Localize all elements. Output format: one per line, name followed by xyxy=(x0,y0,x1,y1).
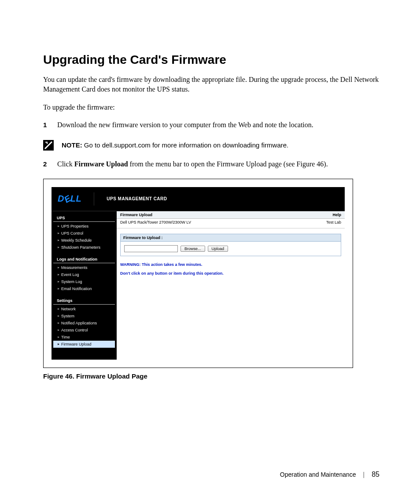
device-name: Dell UPS Rack/Tower 2700W/2300W LV xyxy=(120,220,191,224)
intro-paragraph: You can update the card's firmware by do… xyxy=(43,75,380,95)
page-heading: Upgrading the Card's Firmware xyxy=(43,53,380,67)
sidebar-item-event-log[interactable]: Event Log xyxy=(52,271,117,278)
figure-caption: Figure 46. Firmware Upload Page xyxy=(43,372,380,380)
step-text-pre: Click xyxy=(57,160,74,168)
sidebar-item-shutdown-parameters[interactable]: Shutdown Parameters xyxy=(52,244,117,251)
step-1: 1 Download the new firmware version to y… xyxy=(43,120,380,130)
footer-separator: | xyxy=(363,471,365,478)
sidebar-item-weekly-schedule[interactable]: Weekly Schedule xyxy=(52,237,117,244)
note-icon xyxy=(43,140,54,151)
warning-line-1: WARNING: This action takes a few minutes… xyxy=(120,262,341,267)
location-name: Test Lab xyxy=(326,220,341,224)
upload-panel: Firmware to Upload : Browse... Upload xyxy=(120,234,341,256)
sidebar-item-system[interactable]: System xyxy=(52,313,117,320)
footer-section: Operation and Maintenance xyxy=(280,471,356,478)
sidebar-item-network[interactable]: Network xyxy=(52,305,117,313)
footer-page-number: 85 xyxy=(372,471,379,478)
figure-screenshot: DELL UPS MANAGEMENT CARD UPS UPS Propert… xyxy=(43,179,353,368)
sidebar-section-settings: Settings xyxy=(53,297,115,305)
lead-paragraph: To upgrade the firmware: xyxy=(43,103,380,112)
browse-button[interactable]: Browse... xyxy=(181,246,205,252)
sidebar-item-notified-applications[interactable]: Notified Applications xyxy=(52,320,117,327)
step-text: Download the new firmware version to you… xyxy=(57,120,380,130)
main-panel: Firmware Upload Help Dell UPS Rack/Tower… xyxy=(117,211,345,360)
main-subtitle: Dell UPS Rack/Tower 2700W/2300W LV Test … xyxy=(117,219,345,228)
main-title: Firmware Upload xyxy=(120,213,152,217)
sidebar-item-time[interactable]: Time xyxy=(52,334,117,341)
sidebar-section-ups: UPS xyxy=(53,214,115,222)
note-label: NOTE: xyxy=(62,141,82,149)
sidebar-item-firmware-upload[interactable]: Firmware Upload xyxy=(53,341,115,348)
step-text: Click Firmware Upload from the menu bar … xyxy=(57,159,380,169)
step-text-post: from the menu bar to open the Firmware U… xyxy=(128,160,328,168)
warning-line-2: Don't click on any button or item during… xyxy=(120,271,341,276)
sidebar-item-system-log[interactable]: System Log xyxy=(52,278,117,285)
upload-panel-header: Firmware to Upload : xyxy=(121,234,341,242)
warning-block: WARNING: This action takes a few minutes… xyxy=(120,262,341,276)
note-block: NOTE: Go to dell.support.com for more in… xyxy=(43,140,380,151)
sidebar: UPS UPS Properties UPS Control Weekly Sc… xyxy=(52,211,117,360)
sidebar-item-ups-properties[interactable]: UPS Properties xyxy=(52,223,117,230)
sidebar-item-ups-control[interactable]: UPS Control xyxy=(52,230,117,237)
header-divider xyxy=(94,192,94,206)
page-footer: Operation and Maintenance | 85 xyxy=(280,471,379,478)
step-number: 1 xyxy=(43,120,57,130)
note-text: NOTE: Go to dell.support.com for more in… xyxy=(62,141,288,149)
sidebar-item-access-control[interactable]: Access Control xyxy=(52,327,117,334)
note-body: Go to dell.support.com for more informat… xyxy=(82,141,289,149)
app-header: DELL UPS MANAGEMENT CARD xyxy=(52,187,345,211)
main-titlebar: Firmware Upload Help xyxy=(117,211,345,219)
step-text-bold: Firmware Upload xyxy=(74,160,128,168)
sidebar-item-measurements[interactable]: Measurements xyxy=(52,264,117,271)
app-window: DELL UPS MANAGEMENT CARD UPS UPS Propert… xyxy=(52,187,345,360)
step-number: 2 xyxy=(43,159,57,169)
step-2: 2 Click Firmware Upload from the menu ba… xyxy=(43,159,380,169)
sidebar-section-logs: Logs and Notification xyxy=(53,255,115,263)
file-input[interactable] xyxy=(124,245,178,252)
upload-button[interactable]: Upload xyxy=(208,246,228,252)
app-title: UPS MANAGEMENT CARD xyxy=(107,196,167,201)
help-link[interactable]: Help xyxy=(332,213,341,217)
sidebar-item-email-notification[interactable]: Email Notification xyxy=(52,285,117,292)
dell-logo: DELL xyxy=(58,194,81,204)
